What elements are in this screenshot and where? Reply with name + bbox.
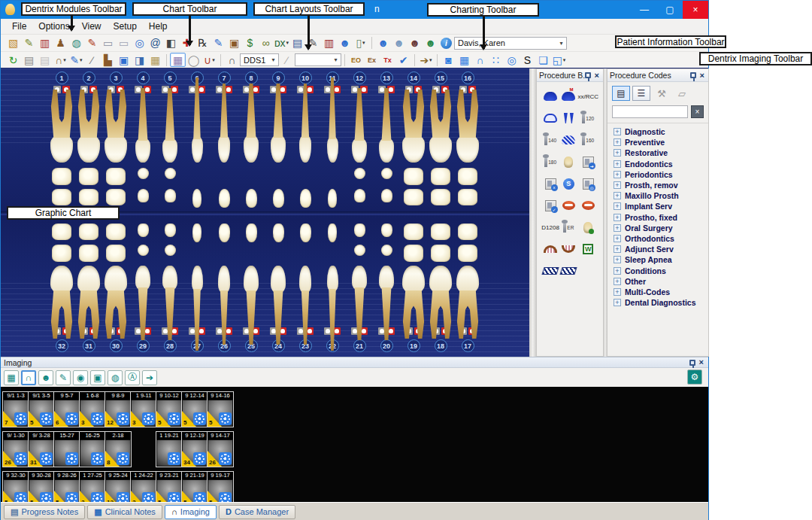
tooth-5-graphic[interactable] bbox=[162, 88, 177, 163]
tooth-number-1[interactable]: 1 bbox=[56, 71, 68, 84]
tooth-28-graphic[interactable] bbox=[162, 266, 177, 340]
document-viewer-icon[interactable]: ▯▾ bbox=[353, 36, 368, 50]
category-row-orthodontics[interactable]: +Orthodontics bbox=[609, 233, 707, 244]
list-view-button[interactable]: ☰ bbox=[632, 86, 650, 101]
procedure-button-win[interactable]: x bbox=[541, 175, 559, 192]
xray-thumbnail[interactable]: 9 10-125 bbox=[156, 391, 183, 427]
minimize-button[interactable]: — bbox=[632, 1, 657, 19]
category-row-other[interactable]: +Other bbox=[609, 276, 707, 287]
tooth-number-12[interactable]: 12 bbox=[353, 71, 366, 84]
tooth-number-16[interactable]: 16 bbox=[462, 71, 474, 84]
tooth-30-graphic[interactable] bbox=[105, 266, 127, 339]
tooth-18-occlusal-view[interactable] bbox=[431, 245, 450, 262]
mount-icon[interactable] bbox=[168, 492, 180, 502]
xray-thumbnail[interactable]: 9/ 3-2831 bbox=[28, 431, 55, 467]
referral-book-icon[interactable]: ▥ bbox=[321, 36, 337, 50]
tooth-17-occlusal-view[interactable] bbox=[458, 245, 477, 262]
quick-letters-icon[interactable]: ✎ bbox=[211, 36, 226, 50]
expand-plus-icon[interactable]: + bbox=[614, 160, 621, 168]
tooth-23-graphic[interactable] bbox=[299, 266, 311, 345]
prescriptions-icon[interactable]: ℞ bbox=[195, 36, 211, 50]
expand-plus-icon[interactable]: + bbox=[614, 149, 621, 157]
xray-thumbnail[interactable]: 9 30-285 bbox=[28, 471, 55, 502]
mount-icon[interactable] bbox=[219, 412, 232, 425]
tooth-18-occlusal-view[interactable] bbox=[431, 224, 450, 240]
tooth-27-occlusal-view[interactable] bbox=[192, 224, 201, 242]
tooth-31-occlusal-view[interactable] bbox=[79, 224, 98, 240]
exam-ex-button[interactable]: Ex bbox=[364, 53, 380, 67]
exam-eo-button[interactable]: EO bbox=[348, 53, 364, 67]
pin-icon[interactable] bbox=[689, 360, 695, 366]
tab-clinical-notes[interactable]: ▦Clinical Notes bbox=[87, 505, 162, 519]
category-row-endodontics[interactable]: +Endodontics bbox=[609, 159, 707, 169]
tooth-4-occlusal-view[interactable] bbox=[138, 189, 149, 202]
xray-thumbnail[interactable]: 9 8-912 bbox=[105, 391, 132, 427]
tooth-30-occlusal-view[interactable] bbox=[106, 245, 126, 262]
tooth-8-graphic[interactable] bbox=[244, 84, 259, 163]
xray-thumbnail[interactable]: 9/ 1-3026 bbox=[2, 431, 29, 467]
billing-icon[interactable]: $ bbox=[242, 36, 258, 50]
procedure-button-hatch[interactable] bbox=[541, 263, 559, 279]
xray-thumbnail[interactable]: 9 21-195 bbox=[181, 471, 208, 502]
patient-card-icon[interactable]: ▤ bbox=[289, 36, 305, 50]
expand-plus-icon[interactable]: + bbox=[614, 256, 621, 263]
tooth-29-occlusal-view[interactable] bbox=[138, 245, 149, 256]
procedure-button-crownh[interactable] bbox=[559, 132, 577, 148]
tooth-12-occlusal-view[interactable] bbox=[354, 168, 365, 179]
tooth-number-8[interactable]: 8 bbox=[245, 71, 258, 84]
exam-chair-icon[interactable]: ▙ bbox=[100, 53, 116, 67]
tooth-19-occlusal-view[interactable] bbox=[404, 245, 423, 262]
denture-layout-icon[interactable]: ∪▾ bbox=[201, 53, 217, 67]
tooth-8-occlusal-view[interactable] bbox=[246, 189, 257, 208]
expand-plus-icon[interactable]: + bbox=[614, 267, 621, 275]
patient-info-icon[interactable]: i bbox=[441, 38, 452, 49]
tooth-number-3[interactable]: 3 bbox=[110, 71, 123, 84]
xray-thumbnail[interactable]: 1 24-223 bbox=[130, 471, 157, 502]
tooth-16-occlusal-view[interactable] bbox=[458, 168, 477, 185]
tooth-number-29[interactable]: 29 bbox=[137, 339, 150, 352]
window-swap-icon[interactable]: ❏ bbox=[535, 53, 551, 67]
maximize-button[interactable]: ▢ bbox=[657, 1, 683, 19]
tab-case-manager[interactable]: DCase Manager bbox=[219, 505, 295, 519]
clear-search-button[interactable]: × bbox=[691, 105, 704, 118]
image-grid-icon[interactable]: ▦ bbox=[456, 53, 472, 67]
tooth-6-graphic[interactable] bbox=[192, 78, 203, 163]
tooth-6-occlusal-view[interactable] bbox=[192, 189, 201, 208]
tooth-16-occlusal-view[interactable] bbox=[458, 189, 477, 205]
four-up-icon[interactable]: ∷ bbox=[488, 53, 504, 67]
capture-camera-icon[interactable]: ◉ bbox=[73, 370, 88, 385]
tooth-number-18[interactable]: 18 bbox=[435, 339, 447, 352]
xray-thumbnail[interactable]: 9 25-2412 bbox=[105, 471, 132, 502]
tooth-13-occlusal-view[interactable] bbox=[381, 168, 392, 179]
tooth-24-graphic[interactable] bbox=[271, 266, 286, 345]
tooth-21-occlusal-view[interactable] bbox=[354, 245, 365, 256]
chevron-down-icon[interactable]: ▾ bbox=[331, 56, 341, 63]
tooth-30-occlusal-view[interactable] bbox=[106, 224, 126, 240]
drill-icon[interactable]: ⚒ bbox=[653, 86, 671, 101]
tooth-13-graphic[interactable] bbox=[379, 88, 394, 163]
chevron-down-icon[interactable]: ▾ bbox=[268, 56, 278, 63]
chart-panel-splitter[interactable] bbox=[529, 68, 536, 357]
procedure-button-text[interactable]: D1208 bbox=[541, 219, 559, 236]
mount-icon[interactable] bbox=[40, 412, 53, 425]
expand-plus-icon[interactable]: + bbox=[614, 235, 621, 242]
tooth-13-occlusal-view[interactable] bbox=[381, 189, 392, 202]
xray-thumbnail[interactable]: 9 12-145 bbox=[181, 391, 208, 427]
mount-icon[interactable] bbox=[219, 492, 232, 502]
pin-icon[interactable] bbox=[585, 72, 591, 78]
xray-thumbnail[interactable]: 16-25 bbox=[79, 431, 106, 467]
category-row-dental-diagnostics[interactable]: +Dental Diagnostics bbox=[609, 297, 707, 308]
tooth-20-graphic[interactable] bbox=[379, 266, 394, 340]
tooth-12-graphic[interactable] bbox=[352, 88, 367, 163]
xray-thumbnail[interactable]: 9 12-1934 bbox=[181, 431, 208, 467]
tooth-11-occlusal-view[interactable] bbox=[328, 189, 337, 208]
tooth-search-icon[interactable]: ∩ bbox=[224, 53, 240, 67]
tooth-5-occlusal-view[interactable] bbox=[165, 168, 176, 179]
mount-icon[interactable] bbox=[168, 452, 180, 465]
tooth-22-occlusal-view[interactable] bbox=[328, 224, 337, 242]
xray-thumbnail[interactable]: 9 14-1726 bbox=[207, 431, 234, 467]
xray-thumbnail[interactable]: 15-27 bbox=[53, 431, 80, 467]
tooth-number-13[interactable]: 13 bbox=[380, 71, 393, 84]
complete-check-icon[interactable]: ✔ bbox=[395, 53, 411, 67]
tooth-28-occlusal-view[interactable] bbox=[165, 224, 176, 237]
